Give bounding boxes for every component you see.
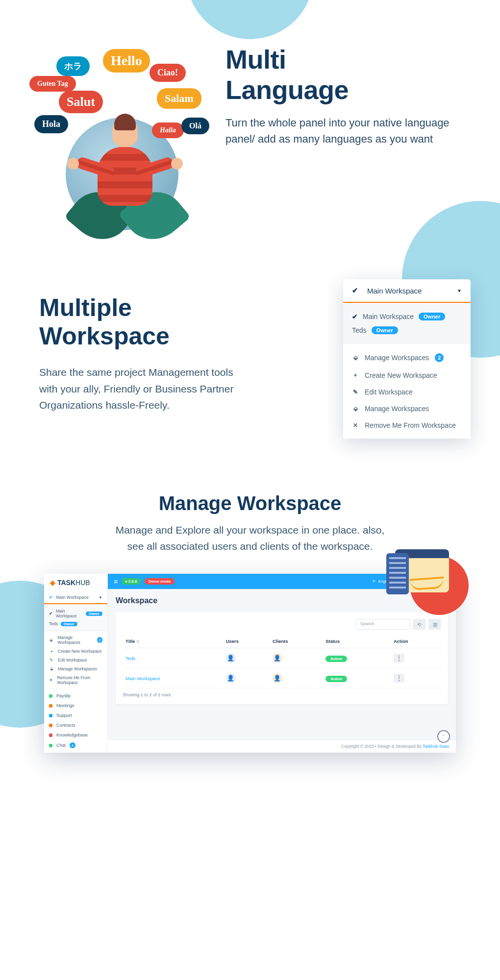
speech-bubble: Guten Tag (29, 76, 76, 92)
workspace-label: Teds (352, 326, 367, 334)
workspace-dropdown-title: Main Workspace (367, 287, 422, 295)
edit-workspace-item[interactable]: ✎ Edit Workspace (44, 656, 107, 664)
menu-label: Remove Me From Workspace (57, 675, 102, 685)
workspace-option[interactable]: Teds Owner (49, 620, 102, 628)
nav-label: Chat (56, 743, 66, 748)
footer-link[interactable]: Taskhub-Saas (423, 744, 449, 749)
col-status: Status (323, 635, 391, 648)
status-badge: Active (325, 676, 347, 682)
plus-icon: ＋ (49, 649, 54, 654)
owner-badge: Owner (61, 622, 77, 626)
remove-workspace-item[interactable]: ✕ Remove Me From Workspace (44, 673, 107, 687)
status-badge: Active (325, 656, 347, 662)
edit-icon: ✎ (49, 658, 54, 662)
multiple-workspace-section: MultipleWorkspace Share the same project… (0, 250, 500, 468)
menu-label: Manage Workspaces (365, 354, 429, 362)
logo: ◆ TASKHUB (44, 574, 107, 591)
speech-bubble: Hola (34, 115, 68, 133)
caret-down-icon: ▼ (99, 595, 102, 600)
menu-label: Manage Workspaces (58, 666, 97, 671)
workspace-option[interactable]: ✔ Main Workspace Owner (49, 607, 102, 620)
col-action: Action (391, 635, 441, 648)
section-description: Turn the whole panel into your native la… (225, 115, 471, 147)
chevron-up-icon: ⌃ (442, 734, 446, 739)
dashboard-illustration (395, 549, 469, 613)
menu-label: Manage Workspaces (57, 635, 93, 645)
table-row: Teds 👤 👤 Active ⋮ (123, 648, 441, 668)
menu-label: Edit Workspace (58, 658, 87, 662)
menu-label: Manage Workspaces (365, 405, 429, 413)
columns-button[interactable]: ▥ (428, 619, 441, 630)
check-icon: ✔ (49, 595, 53, 600)
footer: ⌃ Copyright © 2023 • Design & Developed … (108, 739, 456, 753)
plus-icon: ＋ (352, 371, 359, 379)
nav-chat[interactable]: Chat4 (44, 740, 107, 751)
speech-bubble: Halla (152, 122, 184, 138)
nav-label: Meetings (56, 703, 75, 708)
remove-workspace-item[interactable]: ✕ Remove Me From Workspace (343, 417, 471, 434)
footer-copyright: Copyright © 2023 (341, 744, 374, 749)
sidebar-workspace-selector[interactable]: ✔ Main Workspace ▼ (44, 591, 107, 604)
chart-icon: ⬙ (49, 637, 53, 642)
nav-label: Support (56, 713, 72, 718)
edit-icon: ✎ (352, 389, 359, 395)
client-avatar-icon: 👤 (273, 653, 282, 663)
section-heading: MultiLanguage (225, 44, 471, 105)
section-heading: Manage Workspace (29, 492, 471, 514)
manage-workspaces-item[interactable]: ⬙ Manage Workspaces (44, 664, 107, 673)
create-workspace-item[interactable]: ＋ Create New Workspace (44, 647, 107, 656)
nav-dot-icon (49, 704, 52, 708)
nav-dot-icon (49, 724, 52, 727)
nav-contracts[interactable]: Contracts (44, 720, 107, 730)
search-input[interactable]: Search (356, 619, 410, 630)
speech-bubble: Salut (59, 91, 103, 113)
workspace-link[interactable]: Main Workspace (125, 676, 160, 681)
row-action-button[interactable]: ⋮ (394, 654, 404, 662)
app-screenshot: ◆ TASKHUB ✔ Main Workspace ▼ ✔ Main Work… (44, 574, 456, 753)
chart-icon: ⬙ (352, 354, 359, 361)
menu-label: Edit Workspace (365, 388, 413, 396)
owner-badge: Owner (86, 612, 102, 616)
col-clients: Clients (270, 635, 323, 648)
workspace-label: Main Workspace (363, 313, 414, 320)
create-workspace-item[interactable]: ＋ Create New Workspace (343, 367, 471, 384)
edit-workspace-item[interactable]: ✎ Edit Workspace (343, 384, 471, 400)
col-title[interactable]: Title ⇅ (123, 635, 223, 648)
nav-label: Payslip (56, 693, 71, 698)
nav-dot-icon (49, 744, 52, 747)
row-action-button[interactable]: ⋮ (394, 674, 404, 683)
nav-support[interactable]: Support (44, 710, 107, 720)
chart-icon: ⬙ (352, 405, 359, 412)
caret-down-icon: ▼ (457, 288, 462, 294)
nav-payslip[interactable]: Payslip (44, 691, 107, 701)
nav-knowledgebase[interactable]: Knowledgebase (44, 730, 107, 740)
client-avatar-icon: 👤 (273, 673, 282, 683)
nav-label: Contracts (56, 723, 75, 728)
nav-label: Knowledgebase (56, 733, 88, 737)
refresh-button[interactable]: ⟲ (413, 619, 425, 630)
scroll-top-button[interactable]: ⌃ (437, 730, 450, 743)
check-icon: ✔ (49, 611, 53, 616)
footer-dev: • Design & Developed By (375, 744, 423, 749)
workspace-link[interactable]: Teds (125, 656, 135, 661)
nav-dot-icon (49, 694, 52, 698)
workspace-label: Main Workspace (56, 609, 83, 618)
manage-workspaces-item[interactable]: ⬙ Manage Workspaces 2 (343, 349, 471, 367)
user-avatar-icon: 👤 (226, 653, 236, 663)
nav-dot-icon (49, 714, 52, 717)
hamburger-icon[interactable]: ≡ (114, 578, 118, 586)
speech-bubble: Hello (103, 49, 150, 73)
workspace-option[interactable]: Teds Owner (352, 323, 462, 337)
manage-workspaces-item[interactable]: ⬙ Manage Workspaces 2 (44, 633, 107, 647)
multilanguage-illustration: ホラ Hello Ciao! Guten Tag Salut Salam Hol… (29, 44, 206, 230)
workspace-dropdown: ✔ Main Workspace ▼ ✔ Main Workspace Owne… (343, 279, 471, 439)
menu-label: Remove Me From Workspace (365, 421, 456, 429)
section-heading: MultipleWorkspace (39, 294, 235, 350)
workspace-option[interactable]: ✔ Main Workspace Owner (352, 310, 462, 323)
version-badge: v 2.0.6 (122, 578, 140, 585)
workspace-dropdown-header[interactable]: ✔ Main Workspace ▼ (343, 279, 471, 303)
manage-workspace-section: Manage Workspace Manage and Explore all … (0, 468, 500, 782)
manage-workspaces-item[interactable]: ⬙ Manage Workspaces (343, 400, 471, 417)
section-description: Manage and Explore all your workspace in… (113, 522, 387, 554)
nav-meetings[interactable]: Meetings (44, 701, 107, 710)
